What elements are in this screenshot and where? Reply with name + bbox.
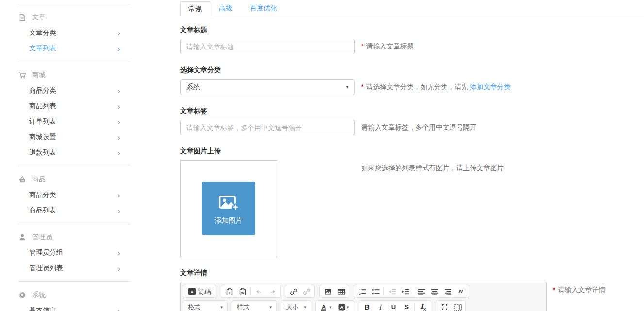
sidebar-header-system[interactable]: 系统 — [0, 287, 146, 303]
indent-button[interactable] — [398, 285, 412, 297]
sidebar-item-article-list[interactable]: 文章列表 › — [0, 41, 146, 56]
sidebar-header-label: 商城 — [32, 71, 46, 80]
sidebar-item-admin-list[interactable]: 管理员列表 › — [0, 261, 146, 276]
sidebar-section-admin: 管理员 管理员分组 › 管理员列表 › — [0, 224, 146, 281]
sidebar-item-label: 文章分类 — [29, 29, 56, 37]
format-dropdown[interactable]: 格式 ▾ — [183, 300, 228, 311]
underline-button[interactable]: U — [387, 301, 400, 311]
article-category-select[interactable]: 系统 ▼ — [180, 79, 355, 95]
sidebar-header-mall[interactable]: 商城 — [0, 67, 146, 83]
source-label: 源码 — [198, 287, 211, 296]
tab-baidu-seo[interactable]: 百度优化 — [241, 1, 286, 16]
blockquote-icon: ” — [458, 287, 464, 296]
sidebar-item-label: 管理员列表 — [29, 264, 63, 273]
sidebar-item-refund-list[interactable]: 退款列表 › — [0, 145, 146, 161]
field-article-category: 选择文章分类 系统 ▼ *请选择文章分类，如无分类，请先 添加文章分类 — [180, 66, 644, 95]
strikethrough-button[interactable]: S — [400, 301, 413, 311]
caret-down-icon: ▾ — [304, 305, 306, 310]
source-icon: ‹› — [188, 288, 196, 295]
sidebar-item-article-category[interactable]: 文章分类 › — [0, 25, 146, 41]
chevron-right-icon: › — [117, 133, 120, 142]
tab-advanced[interactable]: 高级 — [210, 1, 241, 16]
blockquote-button[interactable]: ” — [454, 285, 467, 297]
field-label: 文章标题 — [180, 26, 644, 34]
article-tags-input[interactable] — [180, 120, 355, 135]
align-right-icon — [444, 288, 452, 295]
align-center-button[interactable] — [428, 285, 441, 297]
sidebar-header-goods[interactable]: 商品 — [0, 172, 146, 187]
bullet-list-button[interactable] — [369, 285, 382, 297]
format-label: 格式 — [188, 303, 200, 311]
numbered-list-button[interactable]: 12 — [356, 285, 369, 297]
sidebar-item-mall-goods-list[interactable]: 商品列表 › — [0, 98, 146, 114]
paste-word-button[interactable]: W — [236, 285, 249, 297]
link-button[interactable] — [287, 285, 300, 297]
sidebar-header-article[interactable]: 文章 — [0, 10, 146, 25]
strikethrough-icon: S — [404, 303, 409, 311]
paste-text-button[interactable]: T — [223, 285, 236, 297]
field-help: *请选择文章分类，如无分类，请先 添加文章分类 — [361, 83, 511, 92]
add-category-link[interactable]: 添加文章分类 — [470, 83, 511, 91]
insert-table-button[interactable] — [334, 285, 347, 297]
sidebar-item-goods-list[interactable]: 商品列表 › — [0, 203, 146, 218]
outdent-icon — [388, 288, 396, 295]
chevron-right-icon: › — [117, 87, 120, 95]
toolbar-group-source: ‹› 源码 — [183, 285, 216, 298]
remove-format-button[interactable]: Ix — [416, 301, 429, 311]
toolbar-group-clipboard: T W — [221, 285, 281, 298]
sidebar-item-goods-category[interactable]: 商品分类 › — [0, 187, 146, 203]
italic-button[interactable]: I — [374, 301, 387, 311]
toolbar-group-colors: A ▾ A ▾ — [315, 300, 354, 311]
add-image-button[interactable]: 添加图片 — [202, 182, 255, 235]
sidebar: 文章 文章分类 › 文章列表 › 商城 商品分类 › 商品列表 › — [0, 0, 146, 311]
toolbar-separator — [250, 288, 251, 295]
sidebar-item-order-list[interactable]: 订单列表 › — [0, 114, 146, 130]
size-dropdown[interactable]: 大小 ▾ — [281, 300, 311, 311]
unlink-icon — [303, 288, 311, 295]
align-left-button[interactable] — [415, 285, 428, 297]
source-button[interactable]: ‹› 源码 — [185, 285, 215, 297]
text-color-button[interactable]: A ▾ — [317, 301, 335, 311]
undo-icon — [255, 288, 263, 295]
selected-option: 系统 — [186, 83, 200, 92]
field-label: 文章标签 — [180, 107, 644, 115]
sidebar-item-label: 商品分类 — [29, 86, 56, 95]
caret-down-icon: ▾ — [330, 305, 332, 310]
sidebar-item-label: 商品列表 — [29, 206, 56, 215]
underline-icon: U — [391, 303, 396, 311]
styles-dropdown[interactable]: 样式 ▾ — [232, 300, 277, 311]
caret-down-icon: ▾ — [347, 305, 349, 310]
sidebar-item-basic-info[interactable]: 基本信息 › — [0, 303, 146, 311]
show-blocks-button[interactable] — [451, 301, 464, 311]
article-form: 文章标题 *请输入文章标题 选择文章分类 系统 ▼ *请选 — [180, 16, 644, 311]
chevron-right-icon: › — [117, 102, 120, 111]
field-article-title: 文章标题 *请输入文章标题 — [180, 26, 644, 54]
sidebar-item-mall-goods-category[interactable]: 商品分类 › — [0, 83, 146, 98]
system-gear-icon — [18, 291, 26, 299]
field-help: *请输入文章详情 — [553, 286, 605, 295]
sidebar-item-label: 退款列表 — [29, 148, 56, 157]
chevron-right-icon: › — [117, 191, 120, 199]
sidebar-item-admin-group[interactable]: 管理员分组 › — [0, 245, 146, 261]
tab-general[interactable]: 常规 — [180, 1, 210, 16]
rich-text-editor: ‹› 源码 T W — [180, 282, 547, 311]
align-right-button[interactable] — [441, 285, 454, 297]
sidebar-header-admin[interactable]: 管理员 — [0, 229, 146, 245]
background-color-button[interactable]: A ▾ — [335, 301, 352, 311]
table-icon — [337, 288, 345, 295]
undo-button — [252, 285, 265, 297]
article-title-input[interactable] — [180, 39, 355, 54]
maximize-button[interactable] — [438, 301, 451, 311]
bold-button[interactable]: B — [361, 301, 374, 311]
chevron-right-icon: › — [117, 29, 120, 37]
text-color-icon: A — [321, 303, 329, 311]
sidebar-header-label: 管理员 — [32, 233, 52, 242]
field-label: 文章详情 — [180, 269, 644, 278]
insert-image-button[interactable] — [321, 285, 334, 297]
sidebar-header-label: 系统 — [32, 291, 46, 299]
svg-text:2: 2 — [359, 292, 361, 295]
maximize-icon — [441, 303, 448, 311]
image-upload-box: 添加图片 — [180, 160, 277, 257]
sidebar-item-mall-settings[interactable]: 商城设置 › — [0, 130, 146, 145]
svg-text:W: W — [241, 291, 244, 294]
